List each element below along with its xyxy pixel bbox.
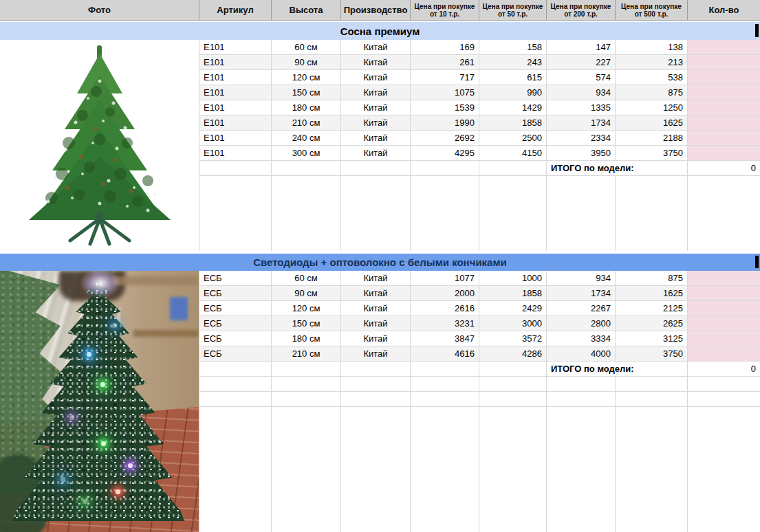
quantity-cell[interactable] (688, 40, 760, 54)
p500-cell (616, 392, 688, 406)
article-cell: Е101 (199, 85, 272, 100)
origin-cell: Китай (341, 85, 411, 100)
column-header-p10: Цена при покупкеот 10 т.р. (411, 0, 479, 20)
quantity-cell[interactable] (688, 55, 760, 69)
table-row: ЕСБ60 смКитай10771000934875 (199, 271, 760, 286)
height-cell: 90 см (272, 286, 341, 300)
led-light-green (100, 382, 105, 387)
height-cell: 150 см (272, 85, 341, 100)
quantity-cell[interactable] (688, 286, 760, 300)
origin-cell: Китай (341, 301, 411, 315)
origin-cell (341, 176, 411, 251)
article-cell: ЕСБ (199, 331, 272, 346)
p10-cell: 1077 (411, 271, 479, 285)
height-cell (272, 407, 341, 532)
column-header-label: Фото (88, 5, 111, 15)
p10-cell: 169 (411, 40, 479, 54)
p500-cell: 3750 (616, 146, 688, 160)
p200-cell (547, 392, 616, 406)
p500-cell: 1625 (616, 286, 688, 300)
p200-cell: 1335 (547, 100, 616, 115)
p200-cell: 3950 (547, 146, 616, 160)
p50-cell: 1000 (479, 271, 547, 285)
table-row: Е101210 смКитай1990185817341625 (199, 115, 760, 131)
p50-cell: 2500 (479, 131, 547, 145)
p500-cell (616, 176, 688, 251)
height-cell: 300 см (272, 146, 341, 160)
p50-cell (479, 362, 547, 376)
empty-row (199, 392, 760, 407)
height-cell: 240 см (272, 131, 341, 145)
p10-cell (411, 362, 479, 376)
p50-cell (479, 377, 547, 391)
quantity-cell (688, 377, 760, 391)
article-cell: ЕСБ (199, 301, 272, 315)
p50-cell: 1858 (479, 115, 547, 130)
quantity-cell (688, 392, 760, 406)
p10-cell (411, 407, 479, 532)
quantity-cell[interactable] (688, 131, 760, 145)
article-cell (199, 176, 272, 251)
p50-cell: 3000 (479, 316, 547, 331)
column-header-photo: Фото (0, 0, 199, 20)
origin-cell (341, 392, 411, 406)
led-light-purple (69, 415, 74, 420)
article-cell: ЕСБ (199, 271, 272, 285)
article-cell (199, 392, 272, 406)
height-cell (272, 377, 341, 391)
p500-cell: 2188 (616, 131, 688, 145)
p500-cell: 138 (616, 40, 688, 54)
quantity-cell[interactable] (688, 100, 760, 115)
column-header-label: Кол-во (709, 5, 739, 15)
article-cell: Е101 (199, 115, 272, 130)
quantity-cell[interactable] (688, 115, 760, 130)
led-light-red (116, 489, 120, 494)
quantity-cell[interactable] (688, 271, 760, 285)
article-cell (199, 362, 272, 376)
column-header-sublabel: от 200 т.р. (564, 10, 598, 18)
section-title: Светодиоды + оптоволокно с белыми кончик… (253, 256, 507, 268)
article-cell: ЕСБ (199, 346, 272, 361)
total-label: ИТОГО по модели: (547, 161, 688, 175)
p10-cell (411, 161, 479, 175)
height-cell: 210 см (272, 346, 341, 361)
p200-cell: 2334 (547, 131, 616, 145)
column-header-label: Цена при покупке (415, 3, 475, 10)
quantity-cell[interactable] (688, 146, 760, 160)
table-row: Е10190 смКитай261243227213 (199, 55, 760, 70)
quantity-cell[interactable] (688, 331, 760, 346)
table-row: ЕСБ120 смКитай2616242922672125 (199, 301, 760, 316)
column-header-sublabel: от 10 т.р. (430, 10, 459, 18)
section-banner-pine: Сосна премиум (0, 22, 760, 40)
quantity-cell[interactable] (688, 85, 760, 100)
column-header-qty: Кол-во (688, 0, 760, 20)
height-cell: 60 см (272, 271, 341, 285)
origin-cell: Китай (341, 115, 411, 130)
pine-tree-illustration (0, 40, 199, 251)
quantity-cell[interactable] (688, 70, 760, 85)
origin-cell: Китай (341, 146, 411, 160)
table-header: ФотоАртикулВысотаПроизводствоЦена при по… (0, 0, 760, 21)
height-cell: 120 см (272, 301, 341, 315)
p500-cell: 875 (616, 85, 688, 100)
p50-cell: 243 (479, 55, 547, 69)
p500-cell: 2625 (616, 316, 688, 331)
article-cell: Е101 (199, 146, 272, 160)
quantity-cell[interactable] (688, 316, 760, 331)
origin-cell: Китай (341, 40, 411, 54)
quantity-cell[interactable] (688, 301, 760, 315)
article-cell (199, 161, 272, 175)
p500-cell (616, 407, 688, 532)
article-cell (199, 407, 272, 532)
p200-cell: 3334 (547, 331, 616, 346)
p500-cell: 875 (616, 271, 688, 285)
empty-grid-area (199, 407, 760, 532)
p50-cell: 3572 (479, 331, 547, 346)
column-header-sublabel: от 500 т.р. (635, 10, 669, 18)
empty-grid-area (199, 176, 760, 251)
origin-cell: Китай (341, 331, 411, 346)
origin-cell (341, 407, 411, 532)
p200-cell: 574 (547, 70, 616, 85)
origin-cell: Китай (341, 346, 411, 361)
quantity-cell[interactable] (688, 346, 760, 361)
